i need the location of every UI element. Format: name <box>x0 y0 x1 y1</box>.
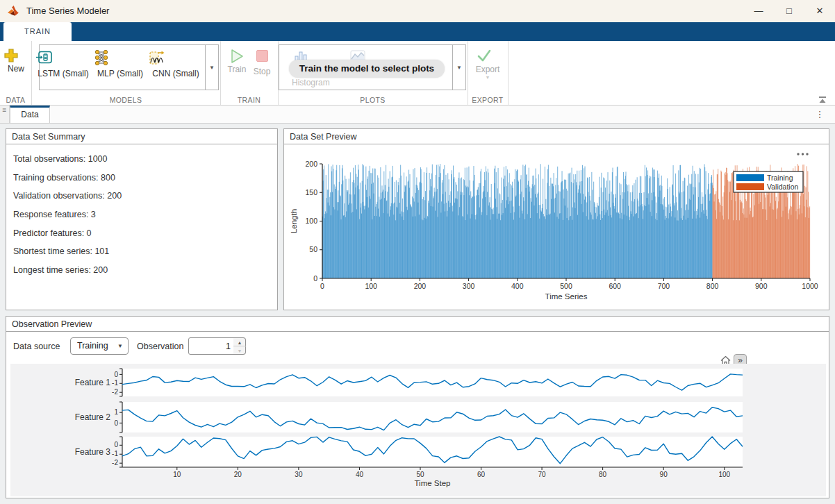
svg-text:Feature 1: Feature 1 <box>75 378 111 387</box>
plus-icon <box>3 47 29 64</box>
svg-text:Length: Length <box>290 209 298 233</box>
svg-text:10: 10 <box>173 471 181 478</box>
svg-text:50: 50 <box>309 245 317 253</box>
svg-text:200: 200 <box>305 160 317 168</box>
export-button-label: Export <box>475 65 500 74</box>
summary-item: Response features: 3 <box>13 210 277 228</box>
section-divider <box>508 41 509 105</box>
section-label-data: DATA <box>0 96 31 105</box>
hamburger-icon[interactable]: ≡ <box>0 106 10 123</box>
svg-text:400: 400 <box>511 282 524 290</box>
summary-item: Total observations: 1000 <box>13 154 277 173</box>
histogram-label: Histogram <box>292 78 328 87</box>
axes-menu-icon[interactable] <box>797 153 799 155</box>
svg-text:200: 200 <box>414 282 427 290</box>
svg-text:0: 0 <box>114 441 118 448</box>
cnn-icon <box>148 49 166 67</box>
svg-text:100: 100 <box>365 282 377 290</box>
plots-gallery: Histogram Train the model to select plot… <box>279 44 453 90</box>
preview-panel-title: Data Set Preview <box>284 129 829 144</box>
models-gallery: LSTM (Small) MLP (Small) <box>39 44 206 90</box>
summary-panel-title: Data Set Summary <box>6 129 277 144</box>
observation-preview-panel: Observation Preview Data source Training… <box>6 316 829 498</box>
svg-text:0: 0 <box>114 371 118 378</box>
svg-text:70: 70 <box>538 471 547 478</box>
svg-text:60: 60 <box>477 471 486 478</box>
svg-text:-1: -1 <box>112 379 118 387</box>
svg-text:40: 40 <box>356 471 364 478</box>
new-button-label: New <box>3 64 29 74</box>
svg-text:0: 0 <box>320 282 324 290</box>
export-dropdown-arrow-icon: ▼ <box>475 75 500 80</box>
svg-text:90: 90 <box>660 471 668 478</box>
model-mlp-small[interactable]: MLP (Small) <box>92 45 148 90</box>
summary-item: Shortest time series: 101 <box>13 246 277 265</box>
svg-text:700: 700 <box>658 282 670 290</box>
svg-text:Validation: Validation <box>767 183 798 191</box>
svg-text:30: 30 <box>295 471 303 478</box>
play-icon <box>225 48 249 65</box>
svg-text:Time Series: Time Series <box>545 292 588 301</box>
svg-text:100: 100 <box>718 471 730 478</box>
tab-data[interactable]: Data <box>10 106 50 123</box>
collapse-ribbon-icon[interactable] <box>817 96 828 104</box>
svg-text:Feature 2: Feature 2 <box>75 412 111 422</box>
lstm-icon <box>35 49 53 67</box>
svg-text:300: 300 <box>463 282 475 290</box>
kebab-vertical-icon[interactable]: ⋮ <box>814 107 825 121</box>
summary-list: Total observations: 1000 Training observ… <box>6 144 277 284</box>
stop-button[interactable]: Stop <box>250 44 274 87</box>
model-lstm-label: LSTM (Small) <box>35 69 91 78</box>
svg-text:100: 100 <box>305 217 317 225</box>
svg-text:-2: -2 <box>112 459 118 467</box>
export-button[interactable]: Export ▼ <box>475 44 500 87</box>
model-lstm-small[interactable]: LSTM (Small) <box>35 45 91 90</box>
check-icon <box>475 47 500 65</box>
close-icon[interactable]: ✕ <box>804 0 835 22</box>
svg-text:1: 1 <box>114 408 118 416</box>
svg-text:Time Step: Time Step <box>415 479 451 487</box>
ribbon-tab-strip: TRAIN <box>0 22 835 41</box>
svg-text:-2: -2 <box>112 388 118 396</box>
svg-text:0: 0 <box>114 419 118 427</box>
title-bar: Time Series Modeler — □ ✕ <box>0 0 835 22</box>
window-title: Time Series Modeler <box>26 0 109 22</box>
matlab-logo-icon <box>7 5 21 17</box>
axes-menu-icon[interactable] <box>806 153 808 155</box>
svg-text:150: 150 <box>305 188 317 196</box>
models-gallery-dropdown[interactable]: ▼ <box>206 44 219 90</box>
svg-text:-1: -1 <box>112 450 118 457</box>
app-window: { "window": { "title": "Time Series Mode… <box>0 0 835 504</box>
new-button[interactable]: New <box>3 44 29 87</box>
train-button-label: Train <box>225 65 249 74</box>
model-cnn-label: CNN (Small) <box>148 69 204 78</box>
model-cnn-small[interactable]: CNN (Small) <box>148 45 204 90</box>
svg-text:500: 500 <box>560 282 572 290</box>
observation-feature-charts: 0-1-2Feature 110Feature 20-1-2Feature 31… <box>6 332 829 498</box>
svg-text:900: 900 <box>755 282 768 290</box>
tab-train[interactable]: TRAIN <box>3 22 72 41</box>
minimize-icon[interactable]: — <box>743 0 774 22</box>
mlp-icon <box>92 49 110 67</box>
section-label-train: TRAIN <box>220 96 278 105</box>
plots-tooltip: Train the model to select plots <box>289 60 445 78</box>
data-set-summary-panel: Data Set Summary Total observations: 100… <box>6 128 278 310</box>
svg-text:Feature 3: Feature 3 <box>75 447 111 457</box>
section-label-export: EXPORT <box>468 96 508 105</box>
svg-text:80: 80 <box>599 471 607 478</box>
summary-item: Predictor features: 0 <box>13 228 277 247</box>
summary-item: Training observations: 800 <box>13 173 277 192</box>
summary-item: Validation observations: 200 <box>13 191 277 210</box>
axes-menu-icon[interactable] <box>802 153 804 155</box>
train-button[interactable]: Train <box>225 44 249 87</box>
svg-text:0: 0 <box>313 274 317 283</box>
plots-gallery-dropdown[interactable]: ▼ <box>453 44 466 90</box>
stop-icon <box>256 50 268 62</box>
dataset-preview-chart: 0100200300400500600700800900100005010015… <box>284 144 829 310</box>
svg-text:Training: Training <box>767 174 793 182</box>
svg-text:20: 20 <box>234 471 242 478</box>
svg-text:1000: 1000 <box>802 282 818 290</box>
observation-panel-title: Observation Preview <box>6 317 829 332</box>
maximize-icon[interactable]: □ <box>774 0 804 22</box>
svg-text:600: 600 <box>609 282 621 290</box>
